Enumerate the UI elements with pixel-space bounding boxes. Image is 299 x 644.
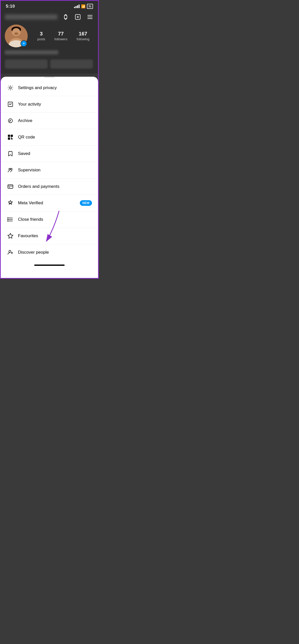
- menu-item-meta-verified[interactable]: Meta Verified NEW: [1, 195, 98, 211]
- bio-blur: [5, 50, 58, 54]
- archive-icon: [7, 117, 14, 124]
- svg-point-13: [14, 32, 18, 35]
- profile-background: + 3 posts 77 followers 167 following: [1, 10, 98, 74]
- menu-item-orders[interactable]: Orders and payments: [1, 178, 98, 195]
- gear-icon: [7, 84, 14, 91]
- favourites-label: Favourites: [18, 233, 38, 238]
- followers-label: followers: [54, 37, 67, 41]
- archive-label: Archive: [18, 118, 32, 123]
- username-blur: [5, 14, 58, 19]
- menu-item-archive[interactable]: Archive: [1, 113, 98, 129]
- svg-rect-25: [8, 185, 13, 188]
- hamburger-menu-button[interactable]: [86, 13, 94, 21]
- following-label: following: [77, 37, 89, 41]
- supervision-icon: [7, 167, 14, 174]
- saved-label: Saved: [18, 151, 30, 156]
- home-bar: [34, 265, 65, 266]
- top-nav: [5, 13, 94, 21]
- followers-stat[interactable]: 77 followers: [54, 31, 67, 41]
- followers-count: 77: [58, 31, 64, 37]
- verified-icon: [7, 199, 14, 207]
- svg-rect-22: [9, 138, 9, 139]
- discover-label: Discover people: [18, 250, 49, 255]
- threads-button[interactable]: [62, 13, 70, 21]
- signal-icon: [74, 5, 80, 8]
- avatar-container[interactable]: +: [5, 25, 28, 47]
- svg-marker-34: [8, 233, 13, 238]
- settings-label: Settings and privacy: [18, 85, 57, 90]
- svg-marker-32: [8, 219, 8, 220]
- close-friends-icon: [7, 216, 14, 223]
- star-icon: [7, 232, 14, 239]
- add-story-button[interactable]: +: [21, 40, 27, 47]
- svg-point-24: [11, 168, 12, 170]
- menu-item-close-friends[interactable]: Close friends: [1, 211, 98, 228]
- status-time: 5:10: [6, 4, 15, 9]
- svg-rect-20: [9, 135, 9, 136]
- svg-point-14: [9, 87, 11, 89]
- battery-icon: 31: [87, 4, 93, 9]
- supervision-label: Supervision: [18, 168, 41, 173]
- posts-stat[interactable]: 3 posts: [37, 31, 45, 41]
- bookmark-icon: [7, 150, 14, 157]
- svg-marker-31: [8, 218, 8, 218]
- menu-item-favourites[interactable]: Favourites: [1, 228, 98, 244]
- following-stat[interactable]: 167 following: [77, 31, 89, 41]
- svg-marker-33: [8, 221, 8, 221]
- card-icon: [7, 183, 14, 190]
- bottom-sheet: Settings and privacy Your activity Ar: [1, 77, 98, 278]
- wifi-icon: 📶: [81, 4, 85, 8]
- menu-item-supervision[interactable]: Supervision: [1, 162, 98, 178]
- svg-rect-21: [11, 135, 12, 136]
- menu-list: Settings and privacy Your activity Ar: [1, 80, 98, 260]
- posts-count: 3: [40, 31, 43, 37]
- status-icons: 📶 31: [74, 4, 93, 9]
- posts-label: posts: [37, 37, 45, 41]
- menu-item-saved[interactable]: Saved: [1, 146, 98, 162]
- menu-item-qrcode[interactable]: QR code: [1, 129, 98, 146]
- close-friends-label: Close friends: [18, 217, 43, 222]
- menu-item-activity[interactable]: Your activity: [1, 96, 98, 113]
- edit-profile-blur: [5, 59, 48, 69]
- add-post-button[interactable]: [74, 13, 82, 21]
- svg-point-23: [9, 168, 10, 170]
- orders-label: Orders and payments: [18, 184, 59, 189]
- stats-row: 3 posts 77 followers 167 following: [33, 31, 94, 41]
- activity-icon: [7, 101, 14, 108]
- menu-item-discover[interactable]: Discover people: [1, 244, 98, 260]
- menu-item-settings[interactable]: Settings and privacy: [1, 80, 98, 96]
- status-bar: 5:10 📶 31: [1, 1, 98, 10]
- svg-point-12: [12, 28, 20, 36]
- profile-info-row: + 3 posts 77 followers 167 following: [5, 25, 94, 47]
- qr-icon: [7, 134, 14, 141]
- share-profile-blur: [50, 59, 93, 69]
- activity-label: Your activity: [18, 102, 41, 107]
- discover-icon: [7, 249, 14, 256]
- meta-verified-label: Meta Verified: [18, 200, 43, 206]
- qrcode-label: QR code: [18, 135, 35, 140]
- following-count: 167: [79, 31, 87, 37]
- sheet-handle: [44, 77, 54, 78]
- svg-point-35: [9, 250, 11, 252]
- new-badge: NEW: [80, 200, 92, 206]
